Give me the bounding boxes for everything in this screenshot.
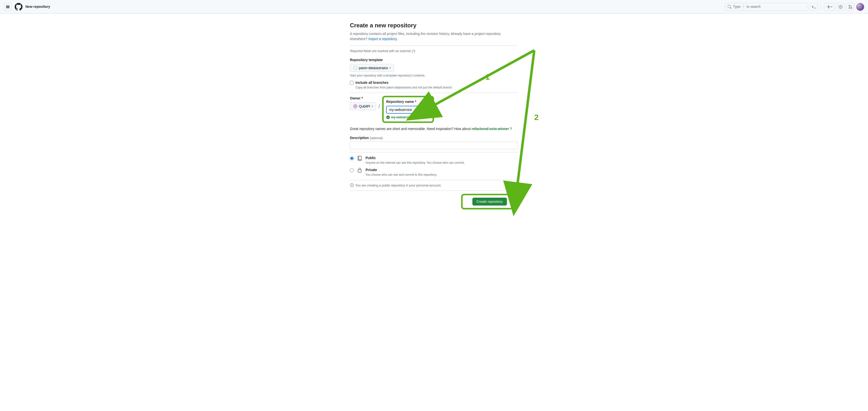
global-header: New repository Type / to search ▾ bbox=[0, 0, 868, 14]
template-section: Repository template paion-data/astraios … bbox=[350, 58, 518, 78]
check-circle-icon bbox=[386, 115, 390, 119]
create-repository-button[interactable]: Create repository bbox=[472, 198, 507, 205]
issues-button[interactable] bbox=[837, 3, 844, 11]
search-placeholder-post: to search bbox=[746, 4, 761, 9]
form-subtitle: A repository contains all project files,… bbox=[350, 31, 518, 41]
create-new-button[interactable]: ▾ bbox=[824, 3, 835, 11]
form-footer: Create repository bbox=[350, 194, 518, 209]
inspiration-text: Great repository names are short and mem… bbox=[350, 126, 518, 132]
caret-down-icon: ▾ bbox=[831, 5, 832, 8]
divider bbox=[350, 93, 518, 93]
repo-icon bbox=[357, 156, 363, 161]
template-label: Repository template bbox=[350, 58, 518, 63]
pull-requests-button[interactable] bbox=[846, 3, 854, 11]
github-logo-icon[interactable] bbox=[15, 3, 23, 11]
owner-repo-row: Owner * QubitPi ▾ / Repository name * my… bbox=[350, 96, 518, 123]
import-repository-link[interactable]: Import a repository. bbox=[369, 37, 398, 41]
availability-text: my-webservice is available. bbox=[391, 115, 429, 119]
svg-point-3 bbox=[849, 8, 850, 8]
search-slash-badge: / bbox=[742, 4, 745, 9]
include-branches-checkbox[interactable] bbox=[350, 81, 353, 84]
public-title: Public bbox=[366, 156, 465, 161]
annotation-label-2: 2 bbox=[534, 111, 539, 123]
owner-label: Owner * bbox=[350, 96, 376, 101]
annotation-highlight-1: Repository name * my-webservice is avail… bbox=[382, 96, 434, 123]
owner-block: Owner * QubitPi ▾ bbox=[350, 96, 376, 110]
description-input[interactable] bbox=[350, 141, 518, 149]
private-radio[interactable] bbox=[350, 168, 354, 172]
hamburger-menu-button[interactable] bbox=[4, 3, 12, 11]
header-left: New repository bbox=[4, 3, 50, 11]
search-icon bbox=[727, 5, 732, 9]
required-fields-note: Required fields are marked with an aster… bbox=[350, 48, 518, 54]
info-icon bbox=[350, 183, 354, 187]
lock-icon bbox=[357, 167, 363, 173]
description-section: Description (optional) bbox=[350, 135, 518, 149]
repo-name-label: Repository name * bbox=[386, 99, 430, 104]
main-content: Create a new repository A repository con… bbox=[346, 21, 522, 209]
divider bbox=[350, 180, 518, 180]
private-title: Private bbox=[366, 167, 437, 173]
terminal-icon bbox=[812, 5, 816, 9]
divider bbox=[350, 45, 518, 46]
svg-rect-6 bbox=[358, 170, 361, 172]
template-help: Start your repository with a template re… bbox=[350, 73, 518, 78]
slash-separator: / bbox=[378, 103, 380, 110]
owner-dropdown[interactable]: QubitPi ▾ bbox=[350, 102, 376, 110]
template-selected: paion-data/astraios bbox=[359, 66, 388, 70]
owner-avatar-icon bbox=[353, 104, 358, 108]
header-right: Type / to search ▾ bbox=[725, 3, 864, 11]
visibility-private-row: Private You choose who can see and commi… bbox=[350, 167, 518, 177]
public-radio[interactable] bbox=[350, 157, 354, 160]
hamburger-icon bbox=[6, 5, 10, 9]
inspiration-pre: Great repository names are short and mem… bbox=[350, 127, 472, 131]
include-branches-label: Include all branches bbox=[355, 80, 453, 85]
svg-point-4 bbox=[851, 8, 852, 8]
divider bbox=[821, 4, 821, 9]
svg-point-1 bbox=[840, 6, 841, 7]
search-placeholder-pre: Type bbox=[733, 4, 740, 9]
description-label: Description bbox=[350, 136, 369, 140]
annotation-highlight-2: Create repository bbox=[461, 194, 518, 209]
issue-icon bbox=[839, 5, 843, 9]
svg-point-2 bbox=[849, 5, 850, 6]
caret-down-icon: ▾ bbox=[390, 66, 391, 69]
info-note-text: You are creating a public repository in … bbox=[355, 183, 441, 188]
public-sub: Anyone on the internet can see this repo… bbox=[366, 161, 465, 165]
page-title: New repository bbox=[25, 4, 50, 9]
plus-icon bbox=[827, 5, 831, 9]
template-dropdown[interactable]: paion-data/astraios ▾ bbox=[350, 64, 394, 72]
svg-line-10 bbox=[517, 50, 534, 187]
repo-name-block: Repository name * my-webservice is avail… bbox=[386, 99, 430, 119]
include-branches-sub: Copy all branches from paion-data/astrai… bbox=[355, 85, 453, 90]
annotation-label-1: 1 bbox=[485, 71, 490, 83]
global-search-input[interactable]: Type / to search bbox=[725, 3, 808, 11]
include-branches-row: Include all branches Copy all branches f… bbox=[350, 80, 518, 90]
divider bbox=[350, 152, 518, 152]
command-palette-button[interactable] bbox=[810, 3, 818, 11]
inspiration-suggestion[interactable]: refactored-octo-winner bbox=[472, 127, 509, 131]
info-note-row: You are creating a public repository in … bbox=[350, 183, 518, 188]
pull-request-icon bbox=[848, 5, 852, 9]
divider bbox=[350, 191, 518, 191]
visibility-public-row: Public Anyone on the internet can see th… bbox=[350, 156, 518, 165]
user-avatar[interactable] bbox=[856, 3, 864, 11]
repo-name-input[interactable] bbox=[386, 106, 430, 114]
availability-message: my-webservice is available. bbox=[386, 115, 430, 119]
private-sub: You choose who can see and commit to thi… bbox=[366, 173, 437, 177]
caret-down-icon: ▾ bbox=[372, 105, 373, 107]
inspiration-post: ? bbox=[510, 127, 512, 131]
template-avatar-icon bbox=[353, 66, 358, 70]
form-title: Create a new repository bbox=[350, 21, 518, 30]
owner-selected: QubitPi bbox=[359, 104, 370, 108]
description-optional: (optional) bbox=[370, 136, 383, 140]
